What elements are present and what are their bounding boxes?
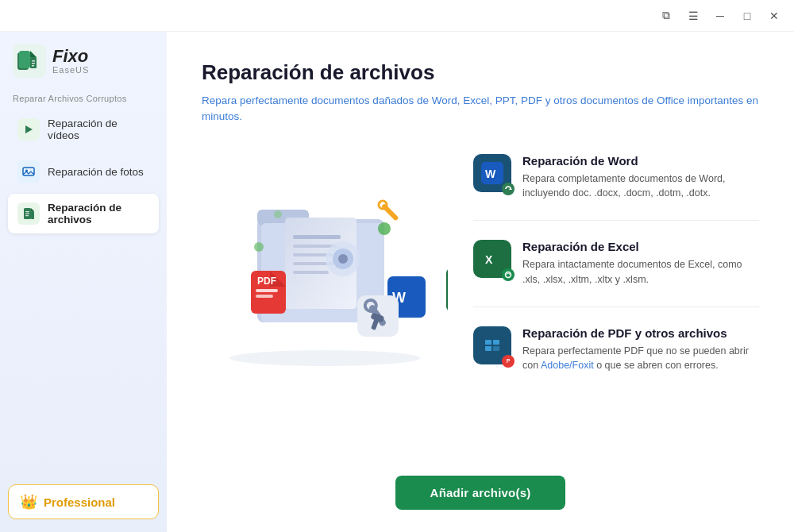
excel-feature-desc: Repara intactamente documentos de Excel,… — [522, 257, 759, 287]
sidebar-nav: Reparación de vídeos Reparación de fotos — [0, 110, 167, 475]
svg-rect-13 — [31, 211, 34, 219]
svg-point-46 — [378, 222, 391, 235]
page-title: Reparación de archivos — [202, 60, 759, 85]
feature-item-pdf: P Reparación de PDF y otros archivos Rep… — [473, 326, 759, 374]
photo-icon — [17, 160, 40, 183]
page-subtitle: Repara perfectamente documentos dañados … — [202, 93, 759, 125]
feature-item-excel: X Reparación de Excel Repara intactament… — [473, 240, 759, 287]
svg-marker-12 — [31, 208, 34, 211]
minimize-button[interactable]: ─ — [707, 4, 734, 28]
svg-point-30 — [338, 254, 348, 264]
svg-marker-8 — [25, 125, 33, 133]
add-files-button[interactable]: Añadir archivo(s) — [395, 476, 566, 510]
pdf-feature-title: Reparación de PDF y otros archivos — [522, 326, 759, 340]
svg-point-48 — [274, 210, 282, 218]
main-content: Reparación de archivos Repara perfectame… — [167, 32, 794, 532]
feature-item-word: W Reparación de Word Repara completament… — [473, 154, 759, 202]
logo-icon — [13, 44, 46, 78]
menu-button[interactable]: ☰ — [680, 4, 707, 28]
svg-text:PDF: PDF — [257, 276, 276, 287]
app-body: Fixo EaseUS Reparar Archivos Corruptos R… — [0, 32, 794, 532]
word-feature-title: Reparación de Word — [522, 154, 759, 168]
svg-text:W: W — [485, 168, 496, 180]
excel-feature-title: Reparación de Excel — [522, 240, 759, 253]
excel-feature-text: Reparación de Excel Repara intactamente … — [522, 240, 759, 287]
word-feature-icon: W — [473, 154, 511, 192]
professional-label: Professional — [44, 495, 115, 509]
sidebar: Fixo EaseUS Reparar Archivos Corruptos R… — [0, 32, 167, 532]
svg-rect-6 — [32, 63, 35, 64]
sidebar-label-photos: Reparación de fotos — [48, 166, 144, 178]
excel-feature-icon: X — [473, 240, 511, 278]
pdf-feature-desc: Repara perfectamente PDF que no se puede… — [522, 344, 759, 374]
svg-rect-14 — [25, 211, 29, 212]
logo-sub: EaseUS — [52, 65, 89, 75]
sidebar-item-photos[interactable]: Reparación de fotos — [8, 152, 159, 191]
svg-rect-61 — [493, 346, 499, 351]
logo-text: Fixo EaseUS — [52, 48, 89, 75]
maximize-button[interactable]: □ — [734, 4, 761, 28]
svg-rect-27 — [293, 271, 329, 274]
svg-rect-23 — [293, 235, 341, 239]
bottom-action: Añadir archivo(s) — [202, 461, 759, 510]
svg-rect-5 — [32, 60, 35, 62]
svg-rect-34 — [256, 295, 273, 298]
sidebar-bottom: 👑 Professional — [0, 475, 167, 519]
svg-rect-57 — [481, 334, 503, 357]
illustration: PDF X W — [202, 148, 448, 370]
close-button[interactable]: ✕ — [761, 4, 788, 28]
svg-text:X: X — [485, 253, 493, 266]
sidebar-label-files: Reparación de archivos — [48, 202, 149, 226]
svg-rect-37 — [446, 268, 448, 311]
svg-point-47 — [254, 242, 264, 252]
title-bar: ⧉ ☰ ─ □ ✕ — [0, 0, 794, 32]
logo-name: Fixo — [52, 48, 89, 65]
content-area: PDF X W — [202, 148, 759, 462]
svg-point-17 — [229, 350, 420, 366]
svg-rect-2 — [19, 51, 30, 68]
sidebar-section-label: Reparar Archivos Corruptos — [0, 94, 167, 110]
pdf-feature-icon: P — [473, 326, 511, 364]
crown-icon: 👑 — [20, 493, 37, 511]
file-icon — [17, 202, 40, 225]
svg-rect-16 — [25, 215, 29, 216]
svg-rect-60 — [485, 346, 491, 351]
svg-rect-7 — [32, 65, 34, 67]
video-icon — [17, 118, 40, 141]
svg-rect-33 — [256, 289, 278, 292]
divider-2 — [473, 306, 759, 307]
pdf-feature-text: Reparación de PDF y otros archivos Repar… — [522, 326, 759, 374]
svg-rect-49 — [381, 202, 399, 221]
sidebar-item-videos[interactable]: Reparación de vídeos — [8, 110, 159, 149]
svg-marker-53 — [509, 187, 512, 190]
divider-1 — [473, 220, 759, 221]
word-feature-text: Reparación de Word Repara completamente … — [522, 154, 759, 202]
professional-badge[interactable]: 👑 Professional — [8, 484, 159, 519]
restore-button[interactable]: ⧉ — [653, 4, 680, 28]
word-feature-desc: Repara completamente documentos de Word,… — [522, 172, 759, 202]
feature-list: W Reparación de Word Repara completament… — [473, 148, 759, 374]
sidebar-label-videos: Reparación de vídeos — [48, 118, 149, 141]
sidebar-item-files[interactable]: Reparación de archivos — [8, 194, 159, 233]
svg-rect-58 — [485, 340, 491, 345]
logo-area: Fixo EaseUS — [0, 44, 167, 94]
svg-rect-15 — [25, 214, 29, 214]
svg-rect-59 — [493, 340, 499, 345]
